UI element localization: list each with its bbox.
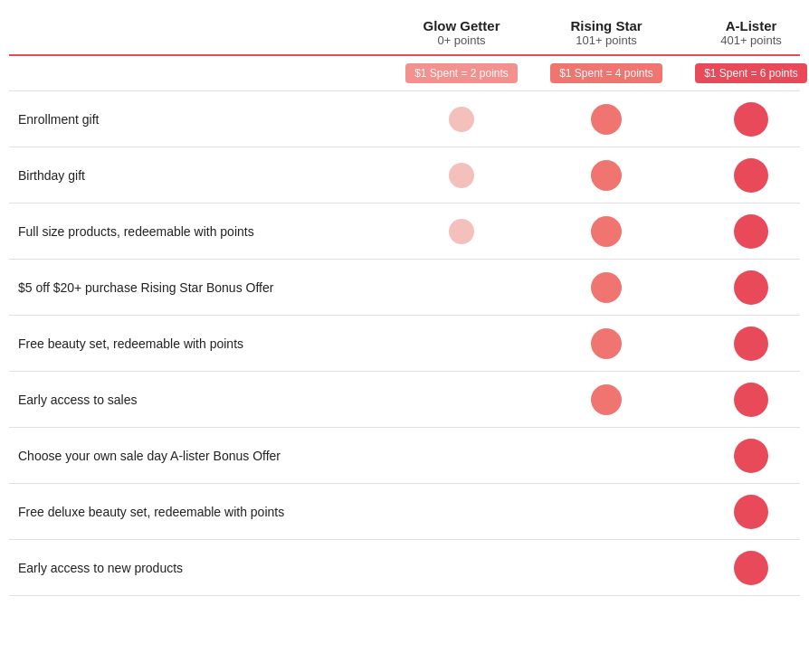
feature-dot <box>591 272 622 303</box>
tier-points-a-lister: 401+ points <box>679 33 809 47</box>
feature-dot-col <box>679 270 809 305</box>
feature-row: Free beauty set, redeemable with points <box>9 316 800 372</box>
feature-dot-col <box>534 216 679 247</box>
tier-col-glow-getter: Glow Getter 0+ points <box>389 18 534 47</box>
feature-dot-col <box>534 272 679 303</box>
tier-col-rising-star: Rising Star 101+ points <box>534 18 679 47</box>
feature-dot-col <box>679 327 809 361</box>
feature-dot <box>734 270 768 305</box>
tier-col-a-lister: A-Lister 401+ points <box>679 18 809 47</box>
feature-dot-col <box>534 551 679 585</box>
feature-dot-col <box>534 104 679 135</box>
feature-dot <box>591 216 622 247</box>
badge-col-alister: $1 Spent = 6 points <box>679 63 809 83</box>
feature-dot <box>444 439 479 473</box>
feature-dot-col <box>534 439 679 473</box>
feature-dot <box>444 495 479 529</box>
feature-row: Birthday gift <box>9 147 800 203</box>
feature-label: Early access to sales <box>9 383 389 416</box>
feature-label: Free beauty set, redeemable with points <box>9 327 389 360</box>
feature-dot-col <box>389 270 534 305</box>
feature-dot-col <box>534 160 679 191</box>
feature-dot <box>444 270 479 305</box>
features-container: Enrollment giftBirthday giftFull size pr… <box>9 91 800 596</box>
feature-row: $5 off $20+ purchase Rising Star Bonus O… <box>9 260 800 316</box>
feature-dot-col <box>389 495 534 529</box>
feature-label: Enrollment gift <box>9 103 389 136</box>
feature-dot <box>444 551 479 585</box>
feature-dot-col <box>679 439 809 473</box>
feature-row: Choose your own sale day A-lister Bonus … <box>9 428 800 484</box>
feature-dot-col <box>679 102 809 137</box>
points-badge-glow: $1 Spent = 2 points <box>405 63 518 83</box>
feature-dot <box>734 158 768 193</box>
loyalty-comparison-table: Glow Getter 0+ points Rising Star 101+ p… <box>0 0 809 614</box>
feature-label: Early access to new products <box>9 552 389 584</box>
feature-row: Full size products, redeemable with poin… <box>9 203 800 260</box>
feature-dot <box>444 383 479 417</box>
feature-dot-col <box>389 383 534 417</box>
feature-dot <box>591 328 622 359</box>
feature-dot-col <box>679 495 809 529</box>
tier-points-glow-getter: 0+ points <box>389 33 534 47</box>
feature-dot <box>449 163 474 188</box>
feature-row: Free deluxe beauty set, redeemable with … <box>9 484 800 540</box>
feature-dot-col <box>389 163 534 188</box>
feature-label: Free deluxe beauty set, redeemable with … <box>9 496 389 528</box>
feature-dot-col <box>534 328 679 359</box>
tier-name-a-lister: A-Lister <box>679 18 809 33</box>
badge-col-rising: $1 Spent = 4 points <box>534 63 679 83</box>
feature-dot <box>449 219 474 244</box>
feature-label: Birthday gift <box>9 159 389 192</box>
feature-dot <box>591 384 622 415</box>
feature-dot-col <box>679 214 809 249</box>
feature-dot <box>589 439 623 473</box>
points-badge-rising: $1 Spent = 4 points <box>550 63 662 83</box>
feature-dot <box>734 327 768 361</box>
feature-label: Choose your own sale day A-lister Bonus … <box>9 440 389 472</box>
feature-dot-col <box>389 551 534 585</box>
feature-dot <box>734 102 768 137</box>
feature-dot <box>449 107 474 132</box>
feature-dot-col <box>679 383 809 417</box>
feature-dot-col <box>389 327 534 361</box>
feature-dot <box>734 214 768 249</box>
feature-dot <box>444 327 479 361</box>
feature-row: Enrollment gift <box>9 91 800 147</box>
feature-dot <box>591 104 622 135</box>
feature-dot <box>589 495 623 529</box>
points-badge-alister: $1 Spent = 6 points <box>695 63 807 83</box>
feature-dot <box>591 160 622 191</box>
tier-points-rising-star: 101+ points <box>534 33 679 47</box>
feature-dot <box>734 439 768 473</box>
feature-dot-col <box>534 384 679 415</box>
feature-dot-col <box>389 439 534 473</box>
feature-dot <box>734 551 768 585</box>
tier-name-rising-star: Rising Star <box>534 18 679 33</box>
badge-col-glow: $1 Spent = 2 points <box>389 63 534 83</box>
feature-dot <box>589 551 623 585</box>
feature-dot-col <box>534 495 679 529</box>
feature-dot-col <box>679 158 809 193</box>
feature-row: Early access to new products <box>9 540 800 596</box>
feature-dot-col <box>389 107 534 132</box>
feature-label: Full size products, redeemable with poin… <box>9 215 389 248</box>
feature-label: $5 off $20+ purchase Rising Star Bonus O… <box>9 271 389 304</box>
feature-dot-col <box>679 551 809 585</box>
feature-dot <box>734 383 768 417</box>
tier-name-glow-getter: Glow Getter <box>389 18 534 33</box>
points-badges-row: $1 Spent = 2 points $1 Spent = 4 points … <box>9 56 800 91</box>
header-row: Glow Getter 0+ points Rising Star 101+ p… <box>9 18 800 56</box>
feature-row: Early access to sales <box>9 372 800 428</box>
feature-dot <box>734 495 768 529</box>
feature-dot-col <box>389 219 534 244</box>
